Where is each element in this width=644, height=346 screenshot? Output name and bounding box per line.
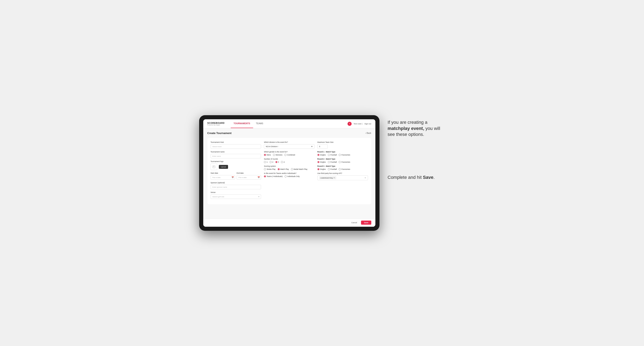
division-select[interactable]: NCAA Division I	[264, 144, 314, 149]
gender-combined-label[interactable]: Combined	[287, 154, 295, 156]
scoring-stroke-label[interactable]: Stroke Play	[266, 168, 276, 170]
gender-mens-label[interactable]: Mens	[266, 154, 271, 156]
round2-foursomes: Foursomes	[339, 161, 350, 163]
round-3-label[interactable]: 3	[278, 161, 279, 163]
round2-fourball-radio[interactable]	[328, 161, 330, 163]
round2-singles-label[interactable]: Singles	[320, 161, 326, 163]
scoring-match-radio[interactable]	[278, 168, 280, 170]
round1-match-type-section: Round 1 - Match Type Singles Fourball	[318, 151, 368, 156]
round1-foursomes-radio[interactable]	[339, 154, 341, 156]
max-team-size-label: Maximum Team Size	[318, 141, 368, 143]
teams-radio[interactable]	[264, 175, 266, 177]
round2-foursomes-label[interactable]: Foursomes	[341, 161, 350, 163]
sign-out-link[interactable]: Sign out	[364, 123, 371, 125]
annotation-top: If you are creating a matchplay event, y…	[388, 119, 445, 138]
scoring-medal-label[interactable]: Medal Match Play	[294, 168, 308, 170]
third-party-chevron-icon: ▼	[364, 177, 366, 179]
brand-sub: Powered by clippit	[207, 124, 224, 126]
navbar-right: T Test User | Sign out	[348, 122, 371, 126]
round3-fourball-label[interactable]: Fourball	[330, 168, 337, 170]
round3-singles-radio[interactable]	[318, 168, 320, 170]
tournament-name-section: Tournament name	[211, 151, 261, 158]
tab-teams[interactable]: TEAMS	[253, 119, 266, 128]
annotation-area: If you are creating a matchplay event, y…	[388, 115, 445, 180]
round3-singles-label[interactable]: Singles	[320, 168, 326, 170]
round-2-radio[interactable]	[270, 161, 272, 163]
division-label: Which division is the event for?	[264, 141, 314, 143]
cancel-button[interactable]: Cancel	[349, 221, 359, 225]
round2-fourball-label[interactable]: Fourball	[330, 161, 337, 163]
round-1-label[interactable]: 1	[266, 161, 268, 163]
start-date-wrap: 📅	[211, 175, 235, 180]
scoring-section: Scoring system Stroke Play Match Play	[264, 165, 314, 170]
max-team-size-section: Maximum Team Size	[318, 141, 368, 149]
scoring-match: Match Play	[278, 168, 289, 170]
round1-label: Round 1 - Match Type	[318, 151, 368, 153]
back-link[interactable]: ‹ Back	[365, 132, 371, 134]
round-3: 3	[276, 161, 279, 163]
remove-tag-icon[interactable]: ✕	[333, 177, 335, 179]
round1-fourball-radio[interactable]	[328, 154, 330, 156]
max-team-size-input[interactable]	[318, 144, 328, 149]
round-1-radio[interactable]	[264, 161, 266, 163]
round3-foursomes-label[interactable]: Foursomes	[341, 168, 350, 170]
gender-womens-label[interactable]: Womens	[276, 154, 282, 156]
tournament-host-section: Tournament Host	[211, 141, 261, 149]
tab-tournaments[interactable]: TOURNAMENTS	[231, 119, 253, 128]
start-date-section: Start date 📅	[211, 172, 235, 180]
gender-combined: Combined	[284, 154, 295, 156]
individuals-option: Individuals Only	[284, 175, 300, 177]
teams-radio-group: Teams (+Individuals) Individuals Only	[264, 175, 314, 177]
individuals-label[interactable]: Individuals Only	[287, 175, 300, 177]
third-party-label: Use third-party live scoring API?	[318, 172, 368, 174]
tournament-name-input[interactable]	[211, 154, 261, 158]
navbar: SCOREBOARD Powered by clippit TOURNAMENT…	[203, 119, 376, 128]
teams-label: Is this event for Teams and/or Individua…	[264, 172, 314, 174]
teams-label-option[interactable]: Teams (+Individuals)	[266, 175, 282, 177]
round1-fourball: Fourball	[328, 154, 337, 156]
page-title: Create Tournament	[207, 132, 232, 135]
gender-section: Which gender is the event for? Mens Wome…	[264, 151, 314, 156]
round2-foursomes-radio[interactable]	[339, 161, 341, 163]
tablet-screen: SCOREBOARD Powered by clippit TOURNAMENT…	[203, 119, 376, 227]
division-section: Which division is the event for? NCAA Di…	[264, 141, 314, 149]
form-col-middle: Which division is the event for? NCAA Di…	[264, 141, 314, 201]
brand-title: SCOREBOARD	[207, 122, 224, 124]
round2-singles: Singles	[318, 161, 326, 163]
scoring-medal: Medal Match Play	[291, 168, 308, 170]
round-3-radio[interactable]	[276, 161, 278, 163]
scoring-match-label[interactable]: Match Play	[280, 168, 289, 170]
round3-fourball-radio[interactable]	[328, 168, 330, 170]
round1-singles-radio[interactable]	[318, 154, 320, 156]
round-4-radio[interactable]	[281, 161, 283, 163]
round1-singles-label[interactable]: Singles	[320, 154, 326, 156]
save-button[interactable]: Save	[361, 221, 371, 225]
gender-radio-group: Mens Womens Combined	[264, 154, 314, 156]
third-party-section: Use third-party live scoring API? Leader…	[318, 172, 368, 180]
round2-match-type-section: Round 2 - Match Type Singles Fourball	[318, 158, 368, 163]
scoring-label: Scoring system	[264, 165, 314, 167]
end-date-label: End date	[237, 172, 261, 174]
gender-mens: Mens	[264, 154, 271, 156]
round2-label: Round 2 - Match Type	[318, 158, 368, 160]
tournament-host-input[interactable]	[211, 144, 261, 149]
logo-upload-area: Upload	[211, 164, 261, 170]
round2-singles-radio[interactable]	[318, 161, 320, 163]
upload-button[interactable]: Upload	[219, 165, 228, 169]
gender-combined-radio[interactable]	[284, 154, 286, 156]
round3-foursomes-radio[interactable]	[339, 168, 341, 170]
scoring-medal-radio[interactable]	[291, 168, 293, 170]
scoring-stroke-radio[interactable]	[264, 168, 266, 170]
round3-radio-group: Singles Fourball Foursomes	[318, 168, 368, 170]
sponsor-input[interactable]	[211, 185, 261, 189]
svg-point-1	[213, 166, 214, 167]
individuals-radio[interactable]	[284, 175, 287, 177]
gender-womens-radio[interactable]	[273, 154, 275, 156]
gender-mens-radio[interactable]	[264, 154, 266, 156]
round1-foursomes-label[interactable]: Foursomes	[341, 154, 350, 156]
round-4-label[interactable]: 4	[284, 161, 284, 163]
venue-input[interactable]	[211, 194, 261, 199]
round-2-label[interactable]: 2	[272, 161, 273, 163]
third-party-select[interactable]: Leaderboard King ✕ ▼	[318, 175, 368, 180]
round1-fourball-label[interactable]: Fourball	[330, 154, 337, 156]
